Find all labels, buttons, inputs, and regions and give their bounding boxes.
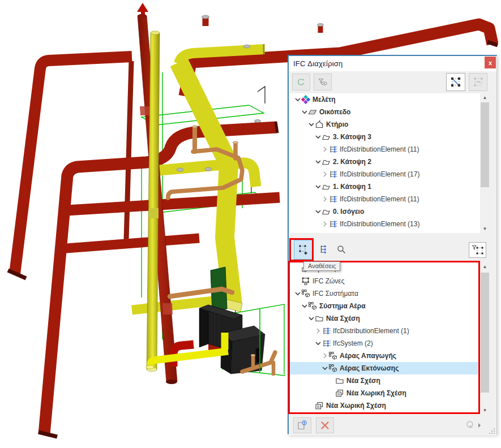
filter-view-button[interactable] bbox=[314, 74, 332, 91]
tree-row[interactable]: Νέα Χωρική Σχέση bbox=[290, 399, 480, 412]
project-icon bbox=[301, 95, 311, 104]
tree-row-label: IfcSystem (2) bbox=[333, 339, 373, 347]
assignments-tree[interactable]: ΟμάδεςIFC ΖώνεςIFC ΣυστήματαΣύστημα Αέρα… bbox=[290, 262, 480, 415]
systems-icon bbox=[328, 351, 338, 360]
refresh-icon bbox=[297, 77, 306, 87]
tree-row[interactable]: IfcDistributionElement (13) bbox=[290, 218, 480, 230]
new-item-button[interactable] bbox=[293, 417, 311, 433]
storey-icon bbox=[322, 132, 331, 141]
tab-search[interactable] bbox=[335, 243, 348, 256]
select-in-model-button[interactable] bbox=[446, 73, 465, 91]
chevron-right-icon[interactable] bbox=[320, 219, 328, 229]
spatial-structure-tree[interactable]: ΜελέτηΟικόπεδοΚτήριο3. Κάτοψη 3IfcDistri… bbox=[290, 93, 480, 233]
tree-row[interactable]: IfcDistributionElement (11) bbox=[290, 143, 480, 156]
tree-row[interactable]: 3. Κάτοψη 3 bbox=[290, 131, 480, 143]
chevron-down-icon[interactable] bbox=[314, 207, 322, 216]
tree-row-label: 3. Κάτοψη 3 bbox=[333, 133, 371, 141]
tree-row-label: Αέρας Εκτόνωσης bbox=[340, 364, 399, 372]
tree-row[interactable]: Μελέτη bbox=[290, 93, 480, 106]
tree-row-label: Νέα Σχέση bbox=[326, 315, 360, 322]
panel-titlebar[interactable]: IFC Διαχείριση x bbox=[289, 56, 496, 71]
folder-icon bbox=[315, 314, 324, 323]
tab-type-tree[interactable] bbox=[318, 243, 331, 256]
tree-row[interactable]: IFC Συστήματα bbox=[290, 287, 480, 300]
scrollbar-thumb[interactable] bbox=[481, 273, 489, 393]
chevron-down-icon[interactable] bbox=[307, 120, 315, 129]
tree-row-label: Οικόπεδο bbox=[319, 108, 350, 116]
ifc-manager-panel: IFC Διαχείριση x ▾ ΜελέτηΟικόπεδοΚτήριο3… bbox=[288, 55, 497, 434]
tree-row-label: IfcDistributionElement (13) bbox=[340, 220, 419, 228]
marquee-arrow-icon bbox=[473, 76, 484, 88]
tree-row-label: 1. Κάτοψη 1 bbox=[333, 183, 371, 191]
scrollbar[interactable]: ▲ ▼ bbox=[480, 93, 490, 233]
delete-button[interactable] bbox=[316, 417, 334, 433]
close-icon[interactable]: x bbox=[485, 57, 496, 68]
ifc-type-icon bbox=[322, 339, 331, 348]
tree-row-label: Νέα Χωρική Σχέση bbox=[326, 402, 386, 410]
tree-row-label: 2. Κάτοψη 2 bbox=[333, 158, 371, 166]
tree-row[interactable]: Νέα Χωρική Σχέση bbox=[290, 387, 480, 399]
resize-grip[interactable] bbox=[488, 427, 495, 434]
tab-assignments[interactable] bbox=[294, 240, 314, 260]
chevron-right-icon[interactable] bbox=[314, 326, 322, 335]
filter-selection-button[interactable] bbox=[469, 242, 486, 258]
chevron-right-icon[interactable] bbox=[320, 195, 328, 204]
chevron-right-icon[interactable] bbox=[320, 351, 328, 360]
chevron-right-icon[interactable] bbox=[320, 145, 328, 154]
tree-row[interactable]: Κτήριο bbox=[290, 118, 480, 131]
storey-icon bbox=[322, 207, 331, 216]
chevron-spacer bbox=[293, 277, 301, 286]
tree-row[interactable]: IfcDistributionElement (11) bbox=[290, 193, 480, 205]
tree-row[interactable]: Σύστημα Αέρα bbox=[290, 300, 480, 312]
chevron-down-icon[interactable] bbox=[300, 107, 308, 117]
tree-row[interactable]: Αέρας Εκτόνωσης bbox=[290, 362, 480, 374]
chevron-down-icon[interactable] bbox=[293, 95, 301, 104]
site-icon bbox=[308, 107, 318, 117]
tree-row[interactable]: Νέα Σχέση bbox=[290, 312, 480, 325]
tree-row[interactable]: Οικόπεδο bbox=[290, 106, 480, 118]
chevron-right-icon[interactable] bbox=[320, 170, 328, 179]
scroll-up-icon[interactable]: ▲ bbox=[480, 262, 490, 271]
view-tabs-toolbar bbox=[289, 233, 496, 262]
chevron-down-icon[interactable] bbox=[314, 339, 322, 348]
ahu-equipment-boxes[interactable] bbox=[199, 305, 265, 374]
scrollbar-thumb[interactable] bbox=[481, 102, 489, 187]
chevron-down-icon[interactable] bbox=[307, 314, 315, 323]
tree-row[interactable]: 0. Ισόγειο bbox=[290, 205, 480, 218]
zones-icon bbox=[301, 277, 311, 286]
tree-row[interactable]: IfcDistributionElement (17) bbox=[290, 168, 480, 180]
ifc-type-icon bbox=[328, 145, 338, 154]
spatial-icon bbox=[315, 401, 324, 410]
tree-row[interactable]: 2. Κάτοψη 2 bbox=[290, 156, 480, 168]
scrollbar[interactable]: ▲ ▼ bbox=[480, 262, 490, 415]
search-icon bbox=[336, 244, 346, 255]
apply-rules-button[interactable] bbox=[461, 419, 485, 432]
scroll-down-icon[interactable]: ▼ bbox=[480, 225, 490, 233]
tree-row[interactable]: IfcSystem (2) bbox=[290, 337, 480, 350]
chevron-spacer bbox=[327, 376, 335, 385]
systems-icon bbox=[308, 301, 318, 311]
tree-row[interactable]: Αέρας Απαγωγής bbox=[290, 350, 480, 362]
select-in-tree-button[interactable] bbox=[469, 73, 487, 91]
chevron-down-icon[interactable] bbox=[300, 301, 308, 311]
scroll-down-icon[interactable]: ▼ bbox=[480, 406, 490, 415]
chevron-down-icon[interactable] bbox=[314, 182, 322, 191]
tree-row[interactable]: IFC Ζώνες bbox=[290, 275, 480, 287]
tree-row-label: IfcDistributionElement (17) bbox=[340, 170, 419, 178]
top-toolbar bbox=[289, 71, 496, 93]
chevron-down-icon[interactable] bbox=[293, 289, 301, 298]
tree-row[interactable]: 1. Κάτοψη 1 bbox=[290, 180, 480, 193]
chevron-down-icon[interactable] bbox=[314, 132, 322, 141]
tree-row-label: Αέρας Απαγωγής bbox=[340, 352, 396, 360]
refresh-button[interactable] bbox=[292, 74, 310, 91]
type-tree-icon bbox=[319, 244, 329, 255]
chevron-down-icon[interactable] bbox=[314, 157, 322, 166]
tree-row[interactable]: IfcDistributionElement (1) bbox=[290, 325, 480, 337]
filter-marquee-icon bbox=[472, 244, 484, 256]
tree-row-label: IfcDistributionElement (1) bbox=[333, 327, 409, 335]
chevron-down-icon[interactable] bbox=[320, 364, 328, 373]
folder-icon bbox=[335, 376, 345, 385]
tooltip-assignments: Αναθέσεις bbox=[303, 261, 340, 271]
tree-row[interactable]: Νέα Σχέση bbox=[290, 374, 480, 387]
scroll-up-icon[interactable]: ▲ bbox=[480, 93, 490, 102]
